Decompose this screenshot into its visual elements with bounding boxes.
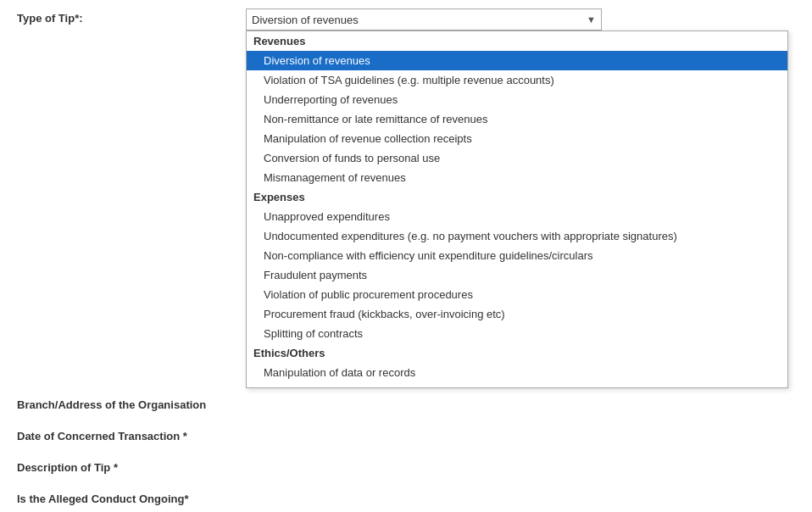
date-label: Date of Concerned Transaction * <box>17 426 246 442</box>
ongoing-label: Is the Alleged Conduct Ongoing* <box>17 489 246 505</box>
description-label: Description of Tip * <box>17 458 246 474</box>
dropdown-scroll-area[interactable]: RevenuesDiversion of revenuesViolation o… <box>247 31 787 387</box>
dropdown-item[interactable]: Conversion of funds to personal use <box>247 148 787 168</box>
dropdown-item[interactable]: Fraudulent payments <box>247 265 787 285</box>
type-of-tip-label: Type of Tip*: <box>17 8 246 25</box>
dropdown-item[interactable]: Unapproved expenditures <box>247 207 787 226</box>
branch-row: Branch/Address of the Organisation <box>17 395 795 411</box>
ongoing-row: Is the Alleged Conduct Ongoing* <box>17 489 795 505</box>
dropdown-group-label: Expenses <box>247 187 787 207</box>
select-value: Diversion of revenues <box>252 14 359 26</box>
dropdown-item[interactable]: Non-remittance or late remittance of rev… <box>247 109 787 129</box>
dropdown-group-label: Ethics/Others <box>247 343 787 363</box>
dropdown-item[interactable]: Diversion of revenues <box>247 51 787 70</box>
dropdown-item[interactable]: Splitting of contracts <box>247 324 787 343</box>
dropdown-item[interactable]: Violation of public procurement procedur… <box>247 285 787 304</box>
description-row: Description of Tip * <box>17 458 795 474</box>
dropdown-item[interactable]: Underreporting of revenues <box>247 90 787 109</box>
branch-label: Branch/Address of the Organisation <box>17 395 246 411</box>
dropdown-item[interactable]: Mismanagement of revenues <box>247 168 787 187</box>
form-container: Type of Tip*: Diversion of revenues ▼ Re… <box>0 0 812 512</box>
dropdown-item[interactable]: Procurement fraud (kickbacks, over-invoi… <box>247 304 787 324</box>
type-of-tip-dropdown: RevenuesDiversion of revenuesViolation o… <box>246 31 788 388</box>
type-of-tip-row: Type of Tip*: Diversion of revenues ▼ Re… <box>17 8 795 31</box>
dropdown-item[interactable]: Manipulation of data or records <box>247 363 787 382</box>
dropdown-item[interactable]: Manipulation of revenue collection recei… <box>247 129 787 148</box>
dropdown-item[interactable]: Violation of TSA guidelines (e.g. multip… <box>247 70 787 90</box>
dropdown-group-label: Revenues <box>247 31 787 51</box>
dropdown-item[interactable]: Misstatement of financial information <box>247 382 787 387</box>
select-arrow-icon: ▼ <box>587 14 596 25</box>
type-of-tip-select[interactable]: Diversion of revenues ▼ <box>246 8 602 31</box>
dropdown-item[interactable]: Non-compliance with efficiency unit expe… <box>247 246 787 265</box>
type-of-tip-control: Diversion of revenues ▼ RevenuesDiversio… <box>246 8 795 31</box>
dropdown-item[interactable]: Undocumented expenditures (e.g. no payme… <box>247 226 787 246</box>
date-row: Date of Concerned Transaction * <box>17 426 795 442</box>
